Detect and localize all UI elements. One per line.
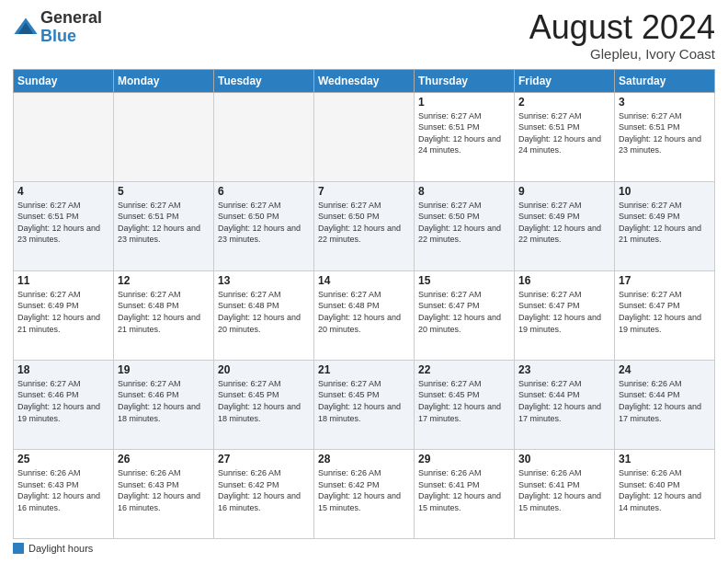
day-info: Sunrise: 6:27 AMSunset: 6:46 PMDaylight:… [118, 378, 210, 424]
day-number: 14 [318, 274, 410, 287]
day-number: 1 [418, 96, 510, 109]
day-cell: 1Sunrise: 6:27 AMSunset: 6:51 PMDaylight… [415, 92, 515, 181]
day-number: 24 [619, 363, 711, 376]
day-number: 12 [118, 274, 210, 287]
day-cell: 25Sunrise: 6:26 AMSunset: 6:43 PMDayligh… [14, 449, 114, 538]
header: General Blue August 2024 Glepleu, Ivory … [13, 9, 715, 62]
day-cell [14, 92, 114, 181]
day-number: 2 [518, 96, 610, 109]
day-cell: 26Sunrise: 6:26 AMSunset: 6:43 PMDayligh… [114, 449, 214, 538]
col-header-sunday: Sunday [14, 69, 114, 92]
day-info: Sunrise: 6:27 AMSunset: 6:45 PMDaylight:… [318, 378, 410, 424]
day-cell: 23Sunrise: 6:27 AMSunset: 6:44 PMDayligh… [515, 360, 615, 449]
col-header-tuesday: Tuesday [214, 69, 314, 92]
day-cell: 17Sunrise: 6:27 AMSunset: 6:47 PMDayligh… [615, 270, 715, 360]
day-cell: 7Sunrise: 6:27 AMSunset: 6:50 PMDaylight… [314, 181, 415, 270]
day-info: Sunrise: 6:26 AMSunset: 6:42 PMDaylight:… [318, 467, 410, 513]
day-cell: 21Sunrise: 6:27 AMSunset: 6:45 PMDayligh… [314, 360, 415, 449]
col-header-friday: Friday [515, 69, 615, 92]
day-number: 29 [418, 453, 510, 465]
footer-dot [13, 543, 24, 554]
day-number: 26 [118, 453, 210, 465]
day-cell: 12Sunrise: 6:27 AMSunset: 6:48 PMDayligh… [114, 270, 214, 360]
page: General Blue August 2024 Glepleu, Ivory … [0, 0, 728, 563]
day-cell [114, 92, 214, 181]
day-number: 19 [118, 363, 210, 376]
day-info: Sunrise: 6:27 AMSunset: 6:46 PMDaylight:… [17, 378, 109, 424]
col-header-wednesday: Wednesday [314, 69, 415, 92]
day-cell: 9Sunrise: 6:27 AMSunset: 6:49 PMDaylight… [515, 181, 615, 270]
day-info: Sunrise: 6:26 AMSunset: 6:44 PMDaylight:… [619, 378, 711, 424]
day-cell: 28Sunrise: 6:26 AMSunset: 6:42 PMDayligh… [314, 449, 415, 538]
day-info: Sunrise: 6:27 AMSunset: 6:49 PMDaylight:… [619, 200, 711, 246]
day-number: 15 [418, 274, 510, 287]
logo-blue: Blue [40, 28, 102, 46]
day-cell: 4Sunrise: 6:27 AMSunset: 6:51 PMDaylight… [14, 181, 114, 270]
day-number: 11 [17, 274, 109, 287]
day-info: Sunrise: 6:27 AMSunset: 6:51 PMDaylight:… [619, 110, 711, 156]
day-info: Sunrise: 6:27 AMSunset: 6:49 PMDaylight:… [17, 289, 109, 335]
day-cell: 27Sunrise: 6:26 AMSunset: 6:42 PMDayligh… [214, 449, 314, 538]
col-header-monday: Monday [114, 69, 214, 92]
day-number: 20 [218, 363, 310, 376]
day-info: Sunrise: 6:27 AMSunset: 6:48 PMDaylight:… [218, 289, 310, 335]
day-info: Sunrise: 6:27 AMSunset: 6:51 PMDaylight:… [418, 110, 510, 156]
week-row-1: 1Sunrise: 6:27 AMSunset: 6:51 PMDaylight… [14, 92, 715, 181]
day-info: Sunrise: 6:27 AMSunset: 6:48 PMDaylight:… [318, 289, 410, 335]
day-cell: 11Sunrise: 6:27 AMSunset: 6:49 PMDayligh… [14, 270, 114, 360]
week-row-4: 18Sunrise: 6:27 AMSunset: 6:46 PMDayligh… [14, 360, 715, 449]
day-info: Sunrise: 6:27 AMSunset: 6:51 PMDaylight:… [518, 110, 610, 156]
calendar-header-row: SundayMondayTuesdayWednesdayThursdayFrid… [14, 69, 715, 92]
day-cell: 15Sunrise: 6:27 AMSunset: 6:47 PMDayligh… [415, 270, 515, 360]
day-info: Sunrise: 6:27 AMSunset: 6:49 PMDaylight:… [518, 200, 610, 246]
day-cell: 31Sunrise: 6:26 AMSunset: 6:40 PMDayligh… [615, 449, 715, 538]
logo-icon [13, 15, 39, 40]
day-cell: 29Sunrise: 6:26 AMSunset: 6:41 PMDayligh… [415, 449, 515, 538]
col-header-thursday: Thursday [415, 69, 515, 92]
week-row-5: 25Sunrise: 6:26 AMSunset: 6:43 PMDayligh… [14, 449, 715, 538]
day-cell: 6Sunrise: 6:27 AMSunset: 6:50 PMDaylight… [214, 181, 314, 270]
day-number: 13 [218, 274, 310, 287]
day-info: Sunrise: 6:27 AMSunset: 6:47 PMDaylight:… [619, 289, 711, 335]
day-info: Sunrise: 6:27 AMSunset: 6:50 PMDaylight:… [418, 200, 510, 246]
day-info: Sunrise: 6:27 AMSunset: 6:51 PMDaylight:… [118, 200, 210, 246]
day-number: 16 [518, 274, 610, 287]
footer: Daylight hours [13, 543, 715, 554]
day-cell: 3Sunrise: 6:27 AMSunset: 6:51 PMDaylight… [615, 92, 715, 181]
day-cell: 14Sunrise: 6:27 AMSunset: 6:48 PMDayligh… [314, 270, 415, 360]
day-number: 21 [318, 363, 410, 376]
day-info: Sunrise: 6:26 AMSunset: 6:42 PMDaylight:… [218, 467, 310, 513]
day-info: Sunrise: 6:27 AMSunset: 6:47 PMDaylight:… [518, 289, 610, 335]
logo-general: General [40, 9, 102, 28]
day-number: 17 [619, 274, 711, 287]
day-info: Sunrise: 6:26 AMSunset: 6:41 PMDaylight:… [418, 467, 510, 513]
day-number: 28 [318, 453, 410, 465]
day-cell: 20Sunrise: 6:27 AMSunset: 6:45 PMDayligh… [214, 360, 314, 449]
location-title: Glepleu, Ivory Coast [529, 46, 715, 62]
title-block: August 2024 Glepleu, Ivory Coast [529, 9, 715, 62]
day-cell: 5Sunrise: 6:27 AMSunset: 6:51 PMDaylight… [114, 181, 214, 270]
day-cell: 8Sunrise: 6:27 AMSunset: 6:50 PMDaylight… [415, 181, 515, 270]
day-number: 27 [218, 453, 310, 465]
day-info: Sunrise: 6:26 AMSunset: 6:43 PMDaylight:… [17, 467, 109, 513]
day-number: 8 [418, 185, 510, 198]
day-cell: 18Sunrise: 6:27 AMSunset: 6:46 PMDayligh… [14, 360, 114, 449]
day-number: 31 [619, 453, 711, 465]
day-cell [314, 92, 415, 181]
day-number: 4 [17, 185, 109, 198]
day-number: 5 [118, 185, 210, 198]
day-info: Sunrise: 6:27 AMSunset: 6:50 PMDaylight:… [318, 200, 410, 246]
day-cell: 10Sunrise: 6:27 AMSunset: 6:49 PMDayligh… [615, 181, 715, 270]
day-info: Sunrise: 6:27 AMSunset: 6:50 PMDaylight:… [218, 200, 310, 246]
calendar-table: SundayMondayTuesdayWednesdayThursdayFrid… [13, 69, 715, 539]
day-info: Sunrise: 6:26 AMSunset: 6:40 PMDaylight:… [619, 467, 711, 513]
day-number: 18 [17, 363, 109, 376]
day-number: 25 [17, 453, 109, 465]
day-info: Sunrise: 6:27 AMSunset: 6:45 PMDaylight:… [218, 378, 310, 424]
logo: General Blue [13, 9, 102, 46]
day-info: Sunrise: 6:27 AMSunset: 6:44 PMDaylight:… [518, 378, 610, 424]
day-cell: 19Sunrise: 6:27 AMSunset: 6:46 PMDayligh… [114, 360, 214, 449]
day-info: Sunrise: 6:27 AMSunset: 6:48 PMDaylight:… [118, 289, 210, 335]
day-number: 30 [518, 453, 610, 465]
day-cell: 2Sunrise: 6:27 AMSunset: 6:51 PMDaylight… [515, 92, 615, 181]
